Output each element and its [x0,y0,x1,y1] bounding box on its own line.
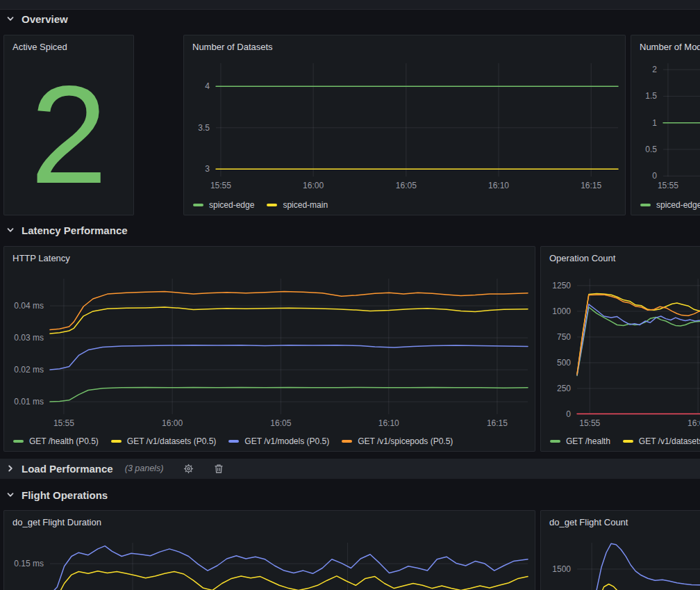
legend-item[interactable]: GET /v1/models (P0.5) [228,436,329,446]
svg-text:16:00: 16:00 [162,418,183,428]
svg-text:1500: 1500 [552,564,571,574]
chart-legend: spiced-edgespiced-main [193,200,328,210]
legend-item[interactable]: GET /v1/datasets [623,436,700,446]
panel-count-label: (3 panels) [125,464,164,473]
legend-label: spiced-edge [656,200,700,210]
chart-legend: GET /healthGET /v1/datasetsGET /v1/model… [550,436,700,446]
legend-item[interactable]: GET /health (P0.5) [13,436,99,446]
svg-text:15:55: 15:55 [210,181,231,190]
legend-label: spiced-main [283,200,328,210]
svg-text:16:00: 16:00 [303,181,324,190]
svg-text:16:00: 16:00 [688,418,700,428]
section-latency-performance[interactable]: Latency Performance [6,221,128,239]
svg-text:0.5: 0.5 [645,145,657,154]
panel-do-get-flight-duration: 0.15 ms do_get Flight Duration [3,510,535,590]
svg-text:3.5: 3.5 [198,123,210,133]
legend-swatch [267,204,277,206]
svg-text:15:55: 15:55 [658,181,678,190]
section-title: Overview [22,13,68,25]
svg-text:1250: 1250 [552,281,571,290]
svg-text:1.5: 1.5 [645,91,657,101]
legend-swatch [550,440,560,443]
chart-legend: spiced-edge [640,200,700,210]
legend-label: GET /v1/spicepods (P0.5) [358,436,453,446]
panel-title[interactable]: HTTP Latency [4,247,535,268]
legend-item[interactable]: spiced-edge [640,200,700,210]
legend-swatch [623,440,633,443]
trash-icon[interactable] [214,464,224,474]
svg-text:1000: 1000 [552,306,571,316]
panel-title[interactable]: Number of Datasets [184,35,625,56]
panel-number-of-datasets: 15:5516:0016:0516:1016:1533.54 Number of… [183,35,626,215]
svg-text:0.15 ms: 0.15 ms [14,559,44,568]
legend-item[interactable]: spiced-edge [193,200,254,210]
svg-text:750: 750 [557,332,571,342]
legend-swatch [13,440,24,443]
panel-title[interactable]: do_get Flight Duration [4,511,535,532]
svg-text:500: 500 [557,358,571,368]
svg-text:0: 0 [652,171,657,181]
svg-text:2: 2 [652,65,657,74]
section-title: Load Performance [22,463,113,475]
legend-label: GET /v1/models (P0.5) [244,436,329,446]
panel-title[interactable]: Number of Models [631,35,700,56]
grafana-dashboard: { "sections": [ {"label": "Overview", "s… [0,0,700,590]
panel-title[interactable]: Operation Count [541,247,700,268]
datasets-chart[interactable]: 15:5516:0016:0516:1016:1533.54 [184,35,625,215]
legend-swatch [193,204,203,206]
chevron-down-icon [6,225,15,235]
svg-text:16:15: 16:15 [487,418,508,428]
svg-text:1: 1 [652,118,657,128]
chevron-right-icon [6,464,15,473]
legend-swatch [111,440,122,443]
section-title: Flight Operations [22,489,108,501]
panel-title[interactable]: Active Spiced [4,35,133,56]
svg-text:15:55: 15:55 [579,418,600,428]
section-title: Latency Performance [22,224,128,236]
section-overview[interactable]: Overview [6,10,68,28]
panel-http-latency: 15:5516:0016:0516:1016:150.01 ms0.02 ms0… [3,246,535,452]
http-latency-chart[interactable]: 15:5516:0016:0516:1016:150.01 ms0.02 ms0… [4,247,535,451]
gear-icon[interactable] [183,464,194,474]
section-load-performance[interactable]: Load Performance (3 panels) [6,459,224,477]
svg-text:250: 250 [557,384,571,393]
legend-swatch [640,204,651,206]
panel-active-spiced: Active Spiced 2 [3,35,134,215]
svg-text:16:10: 16:10 [488,181,509,190]
legend-swatch [228,440,239,443]
chart-legend: GET /health (P0.5)GET /v1/datasets (P0.5… [13,436,453,446]
svg-text:0: 0 [566,409,571,419]
svg-text:16:10: 16:10 [378,418,399,428]
legend-label: GET /health (P0.5) [29,436,99,446]
svg-text:16:05: 16:05 [396,181,417,190]
chevron-down-icon [6,14,15,24]
svg-text:0.03 ms: 0.03 ms [14,333,44,343]
svg-text:0.01 ms: 0.01 ms [14,397,44,407]
chevron-down-icon [6,490,15,500]
legend-swatch [342,440,352,443]
legend-item[interactable]: GET /v1/spicepods (P0.5) [342,436,453,446]
stat-value: 2 [4,59,133,211]
svg-text:0.02 ms: 0.02 ms [14,365,44,375]
svg-text:15:55: 15:55 [53,418,74,428]
legend-item[interactable]: GET /health [550,436,610,446]
panel-title[interactable]: do_get Flight Count [541,511,700,532]
legend-item[interactable]: spiced-main [267,200,328,210]
legend-label: GET /v1/datasets [639,436,700,446]
svg-text:0.04 ms: 0.04 ms [14,301,44,311]
svg-text:4: 4 [205,81,210,91]
panel-number-of-models: 15:5500.511.52 Number of Models spiced-e… [631,35,700,215]
legend-label: spiced-edge [209,200,254,210]
section-flight-operations[interactable]: Flight Operations [6,486,108,504]
legend-label: GET /v1/datasets (P0.5) [127,436,217,446]
panel-do-get-flight-count: 1500 do_get Flight Count [540,510,700,590]
models-chart[interactable]: 15:5500.511.52 [631,35,700,215]
top-toolbar-edge [0,0,700,10]
legend-item[interactable]: GET /v1/datasets (P0.5) [111,436,217,446]
operation-count-chart[interactable]: 15:5516:00025050075010001250 [541,247,700,451]
legend-label: GET /health [566,436,610,446]
svg-text:16:05: 16:05 [270,418,291,428]
svg-text:3: 3 [205,164,210,174]
svg-text:16:15: 16:15 [581,181,601,190]
panel-operation-count: 15:5516:00025050075010001250 Operation C… [540,246,700,452]
